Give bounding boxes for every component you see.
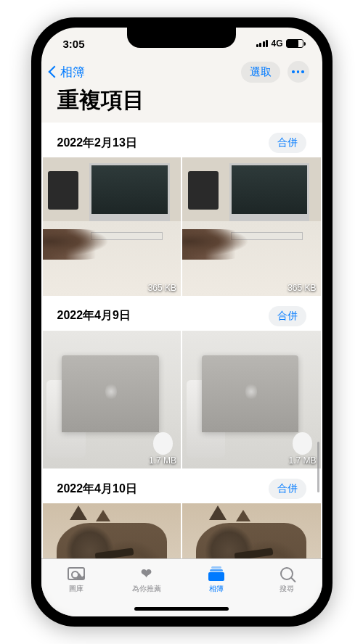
status-time: 3:05	[63, 38, 85, 50]
chevron-left-icon	[48, 66, 60, 78]
group-date: 2022年2月13日	[57, 136, 137, 151]
select-button[interactable]: 選取	[241, 62, 280, 83]
albums-icon	[208, 566, 224, 581]
duplicate-group: 2022年4月9日 合併 1.7 MB 1.7 MB	[41, 296, 322, 469]
tab-label: 搜尋	[280, 584, 294, 594]
file-size-label: 365 KB	[148, 283, 176, 293]
more-button[interactable]	[287, 61, 309, 83]
tab-search[interactable]: 搜尋	[252, 565, 322, 594]
content-area[interactable]: 2022年2月13日 合併 365 KB 365 KB	[41, 123, 322, 558]
signal-strength-icon	[256, 40, 269, 47]
tab-label: 為你推薦	[132, 584, 161, 594]
phone-screen: 3:05 4G 相簿 選取 重複項目	[41, 28, 322, 616]
for-you-icon: ❤︎	[137, 565, 156, 582]
tab-label: 圖庫	[69, 584, 83, 594]
back-button[interactable]: 相簿	[50, 64, 85, 80]
duplicate-group: 2022年2月13日 合併 365 KB 365 KB	[41, 123, 322, 296]
home-indicator[interactable]	[134, 607, 229, 611]
tab-library[interactable]: 圖庫	[41, 565, 112, 594]
photo-thumbnail[interactable]: 365 KB	[43, 157, 182, 296]
group-date: 2022年4月9日	[57, 308, 131, 323]
tab-for-you[interactable]: ❤︎ 為你推薦	[111, 565, 182, 594]
file-size-label: 1.7 MB	[288, 455, 316, 466]
page-title: 重複項目	[41, 86, 322, 123]
network-label: 4G	[271, 38, 282, 49]
tab-label: 相簿	[209, 584, 224, 594]
tab-albums[interactable]: 相簿	[182, 565, 252, 594]
merge-button[interactable]: 合併	[269, 306, 306, 326]
scroll-indicator[interactable]	[317, 442, 319, 492]
duplicate-group: 2022年4月10日 合併 2.2 MB 2.2 MB	[41, 468, 322, 558]
search-icon	[280, 567, 293, 580]
group-date: 2022年4月10日	[57, 482, 137, 497]
file-size-label: 365 KB	[287, 283, 316, 293]
photo-thumbnail[interactable]: 2.2 MB	[43, 503, 182, 558]
battery-icon	[286, 39, 303, 48]
photo-thumbnail[interactable]: 365 KB	[182, 157, 321, 296]
merge-button[interactable]: 合併	[269, 133, 306, 153]
merge-button[interactable]: 合併	[269, 479, 306, 499]
photo-thumbnail[interactable]: 1.7 MB	[182, 331, 321, 469]
photo-thumbnail[interactable]: 1.7 MB	[43, 331, 182, 469]
back-label: 相簿	[60, 64, 85, 80]
photo-thumbnail[interactable]: 2.2 MB	[182, 503, 321, 558]
notch	[127, 28, 236, 48]
library-icon	[68, 567, 85, 580]
file-size-label: 1.7 MB	[149, 455, 176, 466]
nav-bar: 相簿 選取	[41, 59, 322, 86]
phone-frame: 3:05 4G 相簿 選取 重複項目	[31, 17, 333, 627]
